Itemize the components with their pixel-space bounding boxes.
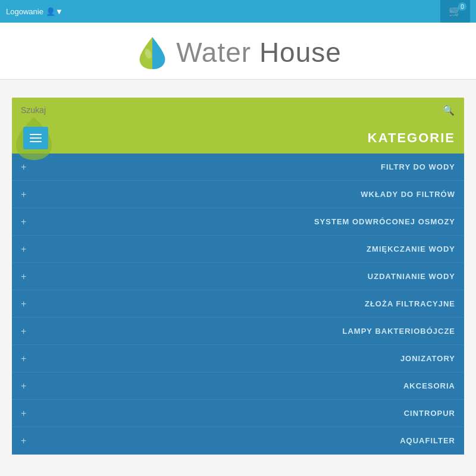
category-expand-icon: +	[21, 299, 26, 309]
category-item[interactable]: ZMIĘKCZANIE WODY +	[12, 236, 464, 263]
site-name: Water House	[176, 36, 342, 68]
category-item[interactable]: SYSTEM ODWRÓCONEJ OSMOZY +	[12, 208, 464, 236]
category-expand-icon: +	[21, 271, 26, 282]
category-item-label: ZŁOŻA FILTRACYJNE	[365, 299, 455, 308]
category-expand-icon: +	[21, 189, 26, 200]
categories-header: KATEGORIE	[12, 123, 464, 154]
header: Water House	[0, 23, 476, 80]
category-item[interactable]: WKŁADY DO FILTRÓW +	[12, 181, 464, 208]
login-label: Logowanie	[6, 7, 43, 16]
category-item[interactable]: AKCESORIA +	[12, 372, 464, 400]
category-expand-icon: +	[21, 408, 26, 419]
category-expand-icon: +	[21, 162, 26, 173]
category-item[interactable]: FILTRY DO WODY +	[12, 154, 464, 181]
hamburger-button[interactable]	[23, 127, 48, 149]
search-bar: 🔍	[12, 98, 464, 123]
top-bar: Logowanie 👤▼ 0 🛒	[0, 0, 476, 23]
category-item-label: AKCESORIA	[403, 381, 455, 390]
person-icon: 👤▼	[46, 7, 63, 16]
cart-count-badge: 0	[458, 2, 466, 11]
category-item[interactable]: ZŁOŻA FILTRACYJNE +	[12, 290, 464, 318]
category-item[interactable]: UZDATNIANIE WODY +	[12, 263, 464, 290]
hamburger-icon	[30, 134, 42, 142]
categories-title: KATEGORIE	[368, 130, 455, 146]
search-icon: 🔍	[443, 105, 455, 115]
category-item-label: ZMIĘKCZANIE WODY	[367, 245, 455, 253]
category-list: FILTRY DO WODY + WKŁADY DO FILTRÓW + SYS…	[12, 154, 464, 455]
category-item-label: AQUAFILTER	[400, 436, 455, 445]
category-item-label: LAMPY BAKTERIOBÓJCZE	[343, 327, 456, 336]
main-content: 🔍 KATEGORIE FILTRY DO WODY + WKŁAD	[12, 98, 464, 455]
search-button[interactable]: 🔍	[439, 102, 458, 118]
category-expand-icon: +	[21, 436, 26, 446]
category-item-label: WKŁADY DO FILTRÓW	[361, 190, 455, 199]
category-expand-icon: +	[21, 381, 26, 392]
category-item[interactable]: LAMPY BAKTERIOBÓJCZE +	[12, 318, 464, 345]
category-expand-icon: +	[21, 217, 26, 227]
search-input[interactable]	[18, 102, 439, 118]
category-item[interactable]: JONIZATORY +	[12, 345, 464, 372]
category-item[interactable]: CINTROPUR +	[12, 400, 464, 427]
category-item-label: JONIZATORY	[400, 354, 455, 363]
category-expand-icon: +	[21, 244, 26, 255]
category-item-label: SYSTEM ODWRÓCONEJ OSMOZY	[314, 217, 455, 226]
category-expand-icon: +	[21, 353, 26, 364]
category-item-label: CINTROPUR	[404, 409, 455, 418]
category-item-label: UZDATNIANIE WODY	[368, 272, 455, 281]
logo-icon	[134, 35, 170, 70]
category-item[interactable]: AQUAFILTER +	[12, 427, 464, 455]
category-item-label: FILTRY DO WODY	[381, 162, 455, 171]
category-expand-icon: +	[21, 326, 26, 337]
login-button[interactable]: Logowanie 👤▼	[6, 7, 63, 16]
logo[interactable]: Water House	[134, 35, 342, 70]
cart-button[interactable]: 0 🛒	[440, 0, 470, 23]
